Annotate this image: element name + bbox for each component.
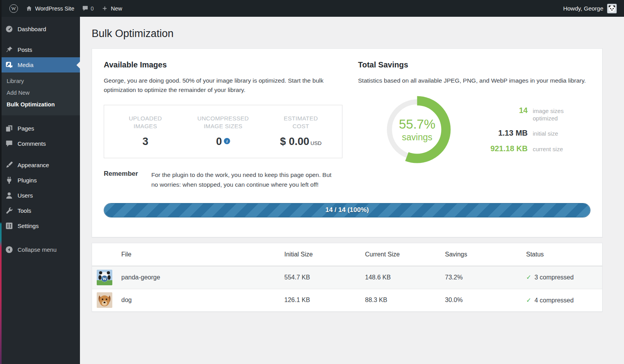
- sidebar-item-label: Users: [18, 192, 33, 199]
- sidebar-item-label: Collapse menu: [18, 246, 57, 253]
- cell-savings: 30.0%: [445, 297, 526, 304]
- progress-bar-label: 14 / 14 (100%): [104, 203, 590, 217]
- sidebar-item-label: Comments: [18, 140, 46, 147]
- stat-number: 0: [216, 136, 222, 147]
- howdy-greeting[interactable]: Howdy, George: [563, 5, 603, 12]
- comment-bubble-icon: [82, 5, 89, 12]
- collapse-menu-button[interactable]: Collapse menu: [0, 242, 80, 257]
- new-label: New: [111, 5, 122, 12]
- remember-label: Remember: [104, 170, 142, 190]
- media-submenu: Library Add New Bulk Optimization: [0, 72, 80, 115]
- cell-initial-size: 554.7 KB: [284, 274, 365, 281]
- submenu-item-add-new[interactable]: Add New: [0, 87, 80, 99]
- active-item-arrow: [76, 62, 80, 69]
- sidebar-item-pages[interactable]: Pages: [0, 121, 80, 136]
- stat-value: $ 0.00USD: [262, 136, 340, 148]
- new-content-button[interactable]: New: [98, 0, 126, 17]
- stat-label: initial size: [533, 130, 580, 138]
- table-row: W panda-george 554.7 KB 148.6 KB 73.2% ✓…: [92, 266, 602, 289]
- sidebar-item-media[interactable]: Media: [0, 57, 80, 72]
- stat-estimated-cost: ESTIMATED COST $ 0.00USD: [262, 115, 340, 148]
- results-table: File Initial Size Current Size Savings S…: [92, 243, 603, 312]
- savings-donut-chart: 55.7% savings: [383, 95, 451, 164]
- header-initial-size: Initial Size: [284, 251, 365, 258]
- stat-label: current size: [533, 146, 580, 153]
- sidebar-item-label: Media: [18, 62, 34, 68]
- sidebar-item-posts[interactable]: Posts: [0, 42, 80, 57]
- status-text: 3 compressed: [534, 274, 574, 281]
- pages-icon: [5, 124, 13, 133]
- cell-status: ✓4 compressed: [526, 297, 602, 304]
- sidebar-item-label: Settings: [18, 223, 39, 229]
- wordpress-logo-icon: W: [9, 4, 18, 13]
- admin-bar: W WordPress Site 0 New Howdy, George: [0, 0, 624, 17]
- sidebar-item-dashboard[interactable]: Dashboard: [0, 21, 80, 37]
- user-avatar[interactable]: [607, 4, 617, 14]
- stat-value: 0i: [184, 136, 262, 148]
- comments-shortcut[interactable]: 0: [78, 0, 98, 17]
- available-images-description: George, you are doing good. 50% of your …: [104, 76, 342, 95]
- file-thumbnail: [92, 292, 121, 308]
- sidebar-item-plugins[interactable]: Plugins: [0, 173, 80, 188]
- stat-label: UPLOADED IMAGES: [106, 115, 184, 131]
- submenu-item-library[interactable]: Library: [0, 75, 80, 87]
- check-icon: ✓: [526, 297, 531, 304]
- cell-file: panda-george: [121, 274, 284, 281]
- stat-value: 3: [106, 136, 184, 148]
- wordpress-menu-button[interactable]: W: [5, 0, 22, 17]
- sidebar-item-appearance[interactable]: Appearance: [0, 157, 80, 173]
- savings-percent: 55.7%: [399, 117, 436, 132]
- dashboard-icon: [5, 25, 13, 33]
- check-icon: ✓: [526, 274, 531, 281]
- header-savings: Savings: [445, 251, 526, 258]
- stat-value: 1.13 MB: [484, 129, 528, 138]
- background-window-edge: [0, 0, 2, 364]
- sidebar-item-label: Plugins: [18, 177, 37, 184]
- main-content: Bulk Optimization Available Images Georg…: [80, 0, 624, 312]
- stat-label: UNCOMPRESSED IMAGE SIZES: [184, 115, 262, 131]
- page-title: Bulk Optimization: [92, 17, 603, 48]
- sidebar-item-label: Tools: [18, 207, 31, 214]
- sidebar-item-label: Pages: [18, 125, 34, 132]
- sidebar-item-tools[interactable]: Tools: [0, 203, 80, 218]
- sliders-icon: [5, 222, 13, 230]
- stat-label: image sizes optimized: [533, 108, 580, 122]
- svg-text:W: W: [103, 276, 107, 281]
- header-current-size: Current Size: [365, 251, 445, 258]
- available-images-heading: Available Images: [104, 60, 342, 69]
- savings-stats-list: 14 image sizes optimized 1.13 MB initial…: [484, 106, 580, 154]
- site-link[interactable]: WordPress Site: [22, 0, 78, 17]
- remember-text: For the plugin to do the work, you need …: [151, 170, 339, 190]
- cell-current-size: 148.6 KB: [365, 274, 445, 281]
- progress-bar-track: 14 / 14 (100%): [104, 203, 590, 217]
- total-savings-heading: Total Savings: [358, 60, 590, 69]
- paintbrush-icon: [5, 161, 13, 169]
- sidebar-item-users[interactable]: Users: [0, 188, 80, 203]
- collapse-arrow-icon: [5, 246, 13, 254]
- sidebar-item-label: Posts: [18, 46, 32, 53]
- stats-box: UPLOADED IMAGES 3 UNCOMPRESSED IMAGE SIZ…: [104, 105, 342, 158]
- dog-thumbnail: [97, 292, 112, 308]
- stat-uncompressed-sizes: UNCOMPRESSED IMAGE SIZES 0i: [184, 115, 262, 148]
- stat-value: 921.18 KB: [484, 144, 528, 153]
- admin-sidebar: Dashboard Posts Media Library Add New Bu…: [0, 17, 80, 364]
- optimization-panel: Available Images George, you are doing g…: [92, 48, 603, 237]
- site-name: WordPress Site: [35, 5, 74, 12]
- submenu-item-bulk-optimization[interactable]: Bulk Optimization: [0, 99, 80, 110]
- stat-label: ESTIMATED COST: [262, 115, 340, 131]
- sidebar-item-label: Dashboard: [18, 26, 46, 32]
- sidebar-item-settings[interactable]: Settings: [0, 218, 80, 233]
- plug-icon: [5, 176, 13, 184]
- home-icon: [26, 5, 32, 12]
- remember-note: Remember For the plugin to do the work, …: [104, 170, 342, 190]
- table-header-row: File Initial Size Current Size Savings S…: [92, 243, 602, 266]
- status-text: 4 compressed: [534, 297, 574, 304]
- cell-file: dog: [121, 297, 284, 304]
- file-thumbnail: W: [92, 270, 121, 285]
- media-icon: [5, 61, 13, 69]
- comment-bubble-icon: [5, 140, 13, 148]
- sidebar-item-comments[interactable]: Comments: [0, 136, 80, 151]
- total-savings-section: Total Savings Statistics based on all av…: [358, 60, 590, 190]
- info-icon[interactable]: i: [224, 138, 230, 144]
- cell-status: ✓3 compressed: [526, 274, 602, 281]
